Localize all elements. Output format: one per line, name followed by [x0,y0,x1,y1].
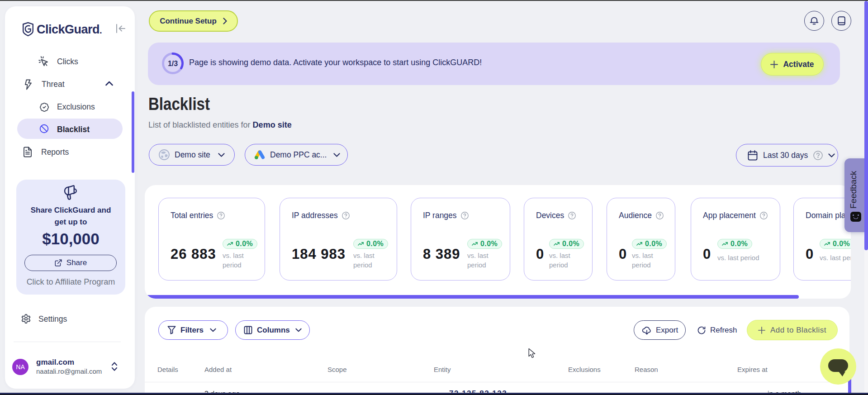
svg-text:1/3: 1/3 [168,60,178,67]
